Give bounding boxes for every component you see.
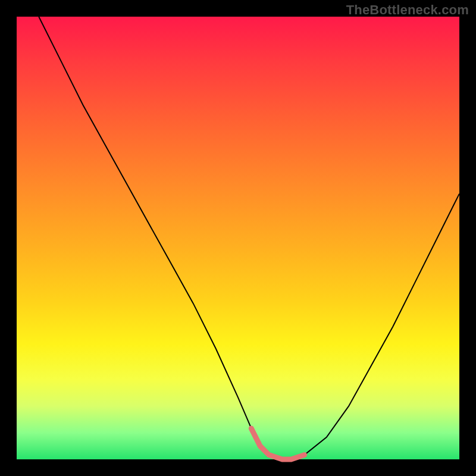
chart-frame: TheBottleneck.com: [0, 0, 476, 476]
optimal-flat-segment: [251, 428, 304, 459]
watermark-text: TheBottleneck.com: [346, 2, 469, 18]
plot-area: [17, 17, 459, 459]
bottleneck-curve: [39, 17, 459, 459]
chart-svg: [17, 17, 459, 459]
